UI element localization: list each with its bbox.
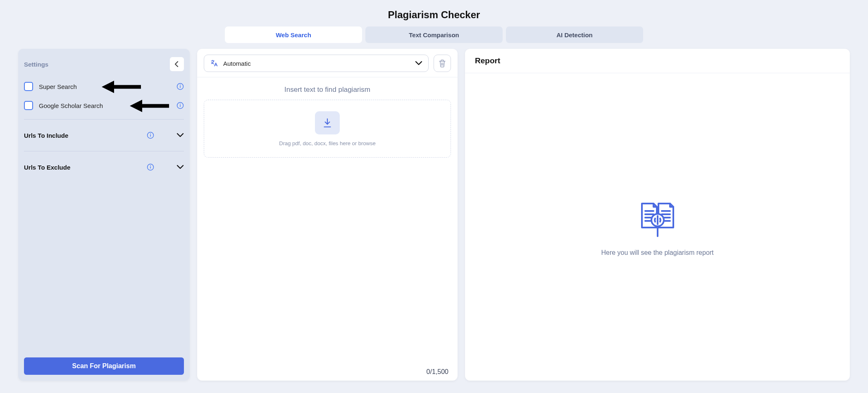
translate-icon	[210, 59, 218, 67]
svg-rect-8	[150, 135, 151, 137]
info-icon[interactable]	[147, 132, 154, 139]
info-icon[interactable]	[147, 163, 154, 171]
language-select[interactable]: Automatic	[204, 55, 429, 72]
checkbox-super-search[interactable]	[24, 82, 33, 91]
svg-rect-11	[150, 167, 151, 169]
language-select-value: Automatic	[223, 60, 415, 67]
svg-point-1	[180, 84, 181, 85]
tab-text-comparison[interactable]: Text Comparison	[365, 26, 503, 43]
chevron-left-icon	[174, 61, 179, 67]
mode-tabs: Web Search Text Comparison AI Detection	[0, 26, 868, 43]
input-panel: Automatic Insert text to find plagiarism…	[197, 49, 458, 381]
report-panel: Report Here you will see the plagiarism …	[465, 49, 850, 381]
insert-hint: Insert text to find plagiarism	[197, 86, 458, 94]
divider	[24, 151, 184, 151]
divider	[197, 77, 458, 77]
chevron-down-icon	[176, 133, 184, 138]
accordion-label: Urls To Include	[24, 132, 147, 139]
svg-point-7	[150, 133, 151, 134]
file-dropzone[interactable]: Drag pdf, doc, docx, files here or brows…	[204, 100, 451, 158]
info-icon[interactable]	[176, 83, 184, 90]
setting-label: Super Search	[39, 83, 176, 90]
setting-label: Google Scholar Search	[39, 102, 176, 109]
svg-point-4	[180, 103, 181, 104]
accordion-urls-exclude[interactable]: Urls To Exclude	[24, 156, 184, 179]
clear-text-button[interactable]	[434, 55, 451, 72]
setting-super-search: Super Search	[24, 77, 184, 96]
char-counter: 0/1,500	[427, 368, 448, 376]
settings-title: Settings	[24, 61, 48, 68]
svg-point-10	[150, 165, 151, 166]
chevron-down-icon	[176, 165, 184, 170]
dropzone-text: Drag pdf, doc, docx, files here or brows…	[279, 140, 375, 146]
scan-button[interactable]: Scan For Plagiarism	[24, 357, 184, 375]
upload-chip	[315, 111, 340, 134]
page-title: Plagiarism Checker	[0, 0, 868, 26]
report-title: Report	[475, 56, 840, 65]
svg-rect-2	[180, 86, 181, 88]
tab-web-search[interactable]: Web Search	[225, 26, 362, 43]
accordion-label: Urls To Exclude	[24, 164, 147, 171]
settings-sidebar: Settings Super Search Google Scholar Sea…	[18, 49, 190, 381]
collapse-sidebar-button[interactable]	[170, 57, 184, 71]
upload-icon	[322, 117, 333, 128]
tab-ai-detection[interactable]: AI Detection	[506, 26, 643, 43]
report-empty-icon	[637, 198, 678, 239]
info-icon[interactable]	[176, 102, 184, 109]
chevron-down-icon	[415, 61, 422, 66]
svg-rect-5	[180, 105, 181, 107]
accordion-urls-include[interactable]: Urls To Include	[24, 124, 184, 147]
setting-google-scholar: Google Scholar Search	[24, 96, 184, 115]
report-placeholder-text: Here you will see the plagiarism report	[601, 249, 713, 256]
checkbox-google-scholar[interactable]	[24, 101, 33, 110]
divider	[24, 119, 184, 120]
trash-icon	[439, 59, 446, 67]
